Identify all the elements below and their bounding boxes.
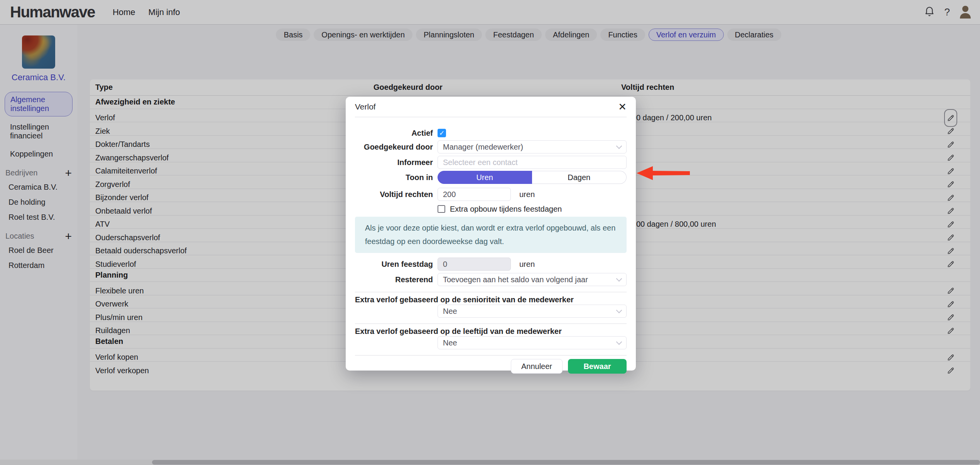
- chevron-down-icon: [616, 339, 622, 345]
- verlof-modal: Verlof ✕ Actief ✓ Goedgekeurd door Manag…: [346, 97, 636, 371]
- divider: [355, 323, 627, 324]
- informeer-label: Informeer: [355, 158, 438, 167]
- voltijd-rechten-input[interactable]: 200: [438, 188, 511, 201]
- modal-header: Verlof ✕: [346, 97, 636, 117]
- leeftijd-heading: Extra verlof gebaseerd op de leeftijd va…: [355, 327, 627, 336]
- chevron-down-icon: [616, 307, 622, 313]
- divider: [355, 292, 627, 292]
- toggle-option-dagen[interactable]: Dagen: [532, 171, 627, 184]
- resterend-select[interactable]: Toevoegen aan het saldo van volgend jaar: [438, 273, 627, 286]
- actief-checkbox[interactable]: ✓: [438, 129, 446, 137]
- cancel-button[interactable]: Annuleer: [511, 359, 563, 374]
- senioriteit-heading: Extra verlof gebaseerd op de senioriteit…: [355, 295, 627, 305]
- voltijd-rechten-suffix: uren: [519, 190, 535, 199]
- goedgekeurd-door-select[interactable]: Manager (medewerker): [438, 140, 627, 153]
- chevron-down-icon: [616, 275, 622, 281]
- save-button[interactable]: Bewaar: [568, 359, 627, 374]
- actief-label: Actief: [355, 129, 438, 138]
- extra-opbouw-checkbox[interactable]: [438, 205, 445, 213]
- toon-in-toggle: UrenDagen: [438, 171, 627, 184]
- close-icon[interactable]: ✕: [618, 102, 627, 112]
- leeftijd-select[interactable]: Nee: [438, 336, 627, 349]
- uren-feestdag-label: Uren feestdag: [355, 260, 438, 269]
- modal-body: Actief ✓ Goedgekeurd door Manager (medew…: [346, 117, 636, 374]
- resterend-label: Resterend: [355, 275, 438, 284]
- chevron-down-icon: [616, 143, 622, 149]
- info-note: Als je voor deze optie kiest, dan wordt …: [355, 217, 627, 253]
- voltijd-rechten-label: Voltijd rechten: [355, 190, 438, 199]
- modal-title: Verlof: [355, 102, 376, 111]
- annotation-arrow: [637, 165, 691, 181]
- uren-feestdag-input[interactable]: 0: [438, 258, 511, 271]
- uren-feestdag-suffix: uren: [519, 260, 535, 269]
- divider: [355, 355, 627, 355]
- toon-in-label: Toon in: [355, 173, 438, 182]
- extra-opbouw-label: Extra opbouw tijdens feestdagen: [450, 205, 562, 214]
- goedgekeurd-door-label: Goedgekeurd door: [355, 143, 438, 152]
- toggle-option-uren[interactable]: Uren: [438, 171, 532, 184]
- senioriteit-select[interactable]: Nee: [438, 305, 627, 318]
- informeer-input[interactable]: Selecteer een contact: [438, 156, 627, 169]
